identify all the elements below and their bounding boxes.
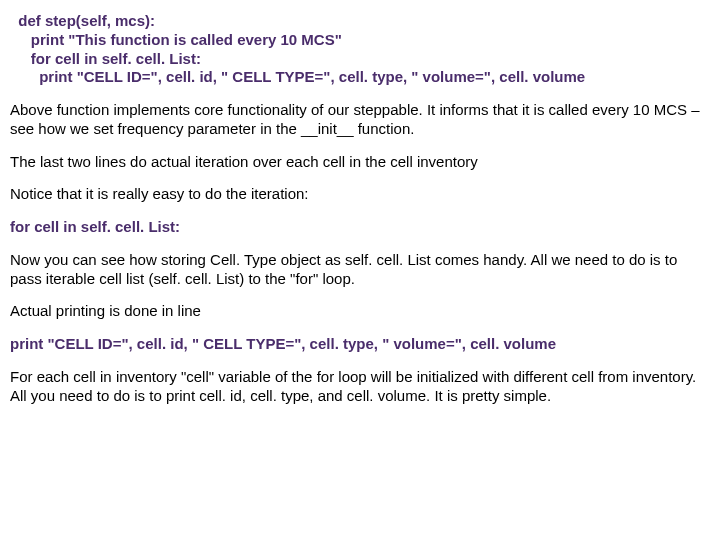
paragraph-body: Above function implements core functiona… — [10, 101, 710, 139]
code-line-1: def step(self, mcs): — [10, 12, 155, 29]
code-line-2: print "This function is called every 10 … — [10, 31, 342, 48]
code-inline-for-loop: for cell in self. cell. List: — [10, 218, 710, 237]
paragraph-body: Notice that it is really easy to do the … — [10, 185, 710, 204]
paragraph-body: Now you can see how storing Cell. Type o… — [10, 251, 710, 289]
code-line-4: print "CELL ID=", cell. id, " CELL TYPE=… — [10, 68, 585, 85]
paragraph-body: For each cell in inventory "cell" variab… — [10, 368, 710, 406]
code-line-3: for cell in self. cell. List: — [10, 50, 201, 67]
paragraph-body: The last two lines do actual iteration o… — [10, 153, 710, 172]
code-inline-print: print "CELL ID=", cell. id, " CELL TYPE=… — [10, 335, 710, 354]
code-block-step-function: def step(self, mcs): print "This functio… — [10, 12, 710, 87]
paragraph-body: Actual printing is done in line — [10, 302, 710, 321]
